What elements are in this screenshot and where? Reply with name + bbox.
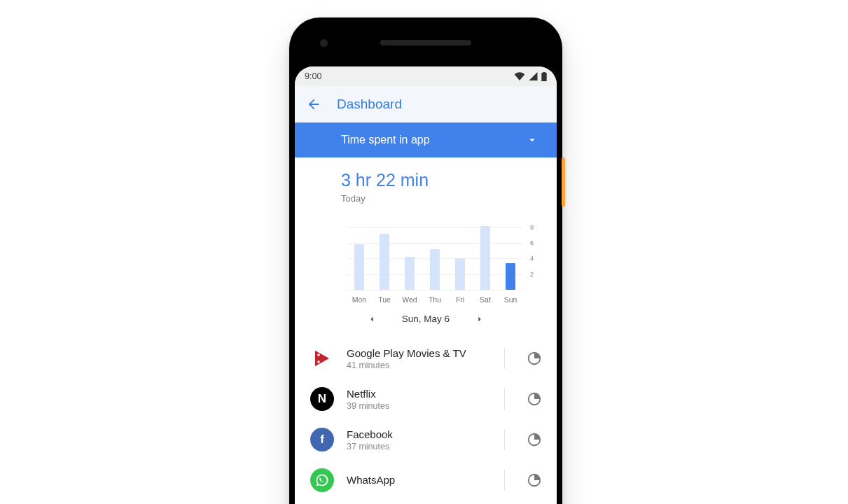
chevron-down-icon [526, 134, 538, 146]
current-date-label: Sun, May 6 [402, 314, 450, 324]
row-divider [504, 388, 505, 410]
whatsapp-icon [310, 468, 334, 492]
usage-chart[interactable]: 2468 [319, 223, 544, 290]
chart-ytick: 6 [530, 239, 544, 246]
app-name: Netflix [347, 388, 492, 400]
app-name: WhatsApp [347, 474, 492, 486]
chart-x-axis: MonTueWedThuFriSatSun [347, 295, 523, 304]
app-timer-button[interactable] [524, 349, 544, 368]
date-navigator: Sun, May 6 [295, 314, 557, 324]
metric-dropdown-label: Time spent in app [341, 134, 430, 146]
row-divider [504, 348, 505, 369]
back-button[interactable] [306, 97, 321, 112]
app-bar: Dashboard [295, 86, 557, 122]
total-time-label: Today [341, 193, 544, 204]
summary-block: 3 hr 22 min Today [295, 158, 557, 209]
chart-bar[interactable] [455, 258, 465, 290]
app-timer-button[interactable] [524, 470, 544, 490]
chart-xtick: Tue [375, 295, 394, 304]
cellular-icon [529, 72, 538, 80]
play-movies-icon [310, 346, 334, 370]
app-name: Google Play Movies & TV [347, 347, 492, 359]
app-duration: 37 minutes [347, 442, 492, 451]
status-clock: 9:00 [305, 71, 321, 81]
app-timer-button[interactable] [524, 389, 544, 409]
phone-speaker [380, 40, 471, 46]
chart-ytick: 8 [530, 224, 544, 231]
chart-xtick: Sat [475, 295, 495, 304]
chart-bar[interactable] [506, 263, 515, 290]
chart-bar[interactable] [380, 234, 389, 290]
row-divider [504, 470, 505, 491]
app-row[interactable]: WhatsApp [295, 460, 557, 500]
svg-point-1 [317, 360, 320, 363]
facebook-icon: f [310, 428, 334, 451]
app-row[interactable]: f Facebook 37 minutes [295, 419, 557, 460]
app-row[interactable]: N Netflix 39 minutes [295, 379, 557, 419]
chart-xtick: Wed [400, 295, 419, 304]
phone-frame: 9:00 Dashboard Time spent [289, 18, 562, 504]
phone-camera [320, 39, 328, 47]
status-bar: 9:00 [295, 66, 557, 86]
app-name: Facebook [347, 428, 492, 440]
app-duration: 41 minutes [347, 360, 492, 370]
chart-xtick: Sun [501, 295, 520, 304]
chart-xtick: Thu [425, 295, 445, 304]
app-usage-list: Google Play Movies & TV 41 minutes N Net… [295, 338, 557, 500]
phone-screen: 9:00 Dashboard Time spent [295, 66, 557, 504]
app-duration: 39 minutes [347, 401, 492, 411]
chart-ytick: 2 [530, 271, 544, 278]
chart-xtick: Mon [349, 295, 369, 304]
page-title: Dashboard [337, 97, 402, 112]
battery-icon [541, 72, 547, 81]
next-day-button[interactable] [475, 314, 485, 324]
chart-bar[interactable] [405, 257, 415, 290]
prev-day-button[interactable] [367, 314, 377, 324]
app-row[interactable]: Google Play Movies & TV 41 minutes [295, 338, 557, 379]
status-icons [514, 72, 547, 81]
total-time-value: 3 hr 22 min [341, 170, 544, 190]
chart-ytick: 4 [530, 255, 544, 262]
svg-point-0 [317, 354, 320, 356]
chart-bar[interactable] [430, 249, 440, 290]
wifi-icon [514, 72, 525, 80]
chart-xtick: Fri [450, 295, 470, 304]
app-timer-button[interactable] [524, 430, 544, 449]
chart-bar[interactable] [354, 244, 364, 290]
chart-bar[interactable] [480, 226, 490, 290]
netflix-icon: N [310, 387, 334, 411]
metric-dropdown[interactable]: Time spent in app [295, 122, 557, 158]
row-divider [504, 429, 505, 450]
